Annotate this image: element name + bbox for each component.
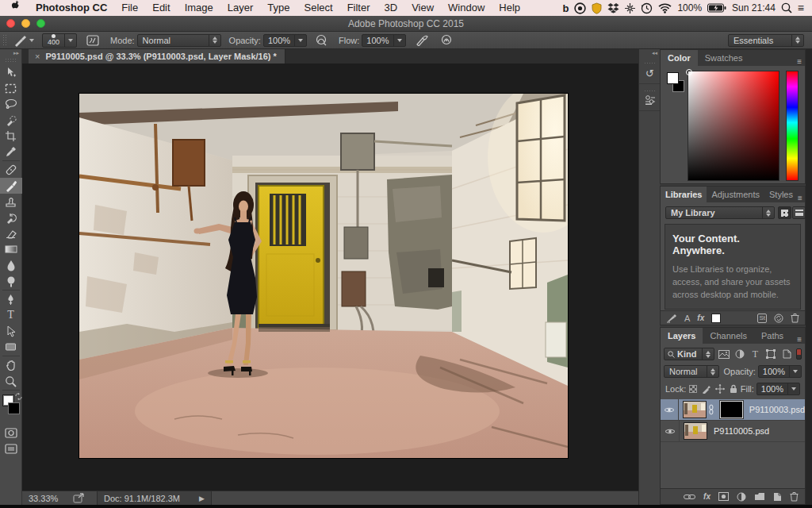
add-mask-icon[interactable] — [718, 492, 729, 501]
swap-colors-icon[interactable] — [15, 393, 22, 400]
layer-name[interactable]: P9110005.psd — [714, 426, 769, 436]
pressure-opacity-button[interactable] — [312, 33, 331, 48]
tab-swatches[interactable]: Swatches — [698, 50, 750, 66]
pen-tool[interactable] — [0, 291, 22, 307]
quick-mask-button[interactable] — [0, 425, 22, 441]
layer-style-icon[interactable]: fx — [703, 492, 710, 501]
add-graphic-icon[interactable] — [666, 313, 677, 323]
document-tab[interactable]: × P9110005.psd @ 33.3% (P9110003.psd, La… — [29, 49, 285, 64]
properties-panel-button[interactable] — [639, 84, 661, 111]
status-menu-arrow-icon[interactable]: ▶ — [199, 495, 205, 502]
shape-tool[interactable] — [0, 339, 22, 355]
canvas-pasteboard[interactable] — [22, 64, 638, 491]
menu-item-window[interactable]: Window — [441, 0, 492, 16]
delete-layer-icon[interactable] — [790, 491, 799, 502]
dock-expand-button[interactable]: ◂◂ — [639, 49, 660, 57]
tab-libraries[interactable]: Libraries — [661, 187, 707, 202]
time-machine-icon[interactable] — [641, 0, 653, 16]
type-tool[interactable]: T — [0, 307, 22, 323]
eraser-tool[interactable] — [0, 225, 22, 241]
menu-item-help[interactable]: Help — [492, 0, 527, 16]
panel-menu-icon[interactable]: ≡ — [797, 335, 805, 344]
tab-adjustments[interactable]: Adjustments — [707, 187, 764, 202]
marquee-tool[interactable] — [0, 80, 22, 96]
flow-input[interactable]: 100% — [362, 34, 405, 47]
quick-selection-tool[interactable] — [0, 112, 22, 128]
filter-adjustment-layers-icon[interactable] — [733, 348, 746, 360]
toggle-brush-panel-button[interactable] — [83, 33, 102, 48]
sync-icon[interactable] — [773, 314, 784, 323]
share-export-icon[interactable] — [73, 493, 86, 503]
menu-item-photoshop[interactable]: Photoshop CC — [29, 0, 114, 16]
layer-row-p9110005[interactable]: P9110005.psd — [661, 421, 805, 442]
link-layers-icon[interactable] — [684, 494, 695, 500]
zoom-level-field[interactable]: 33.33% — [29, 494, 73, 503]
history-panel-button[interactable]: ↺ — [639, 57, 661, 84]
library-list-view-button[interactable] — [792, 206, 806, 219]
tab-paths[interactable]: Paths — [754, 328, 791, 344]
dodge-tool[interactable] — [0, 273, 22, 289]
lasso-tool[interactable] — [0, 96, 22, 112]
menu-item-filter[interactable]: Filter — [340, 0, 377, 16]
opacity-input[interactable]: 100% — [263, 34, 307, 47]
add-layer-style-icon[interactable]: fx — [697, 314, 704, 322]
apple-menu-icon[interactable] — [0, 0, 29, 16]
airbrush-button[interactable] — [412, 33, 432, 48]
gradient-tool[interactable] — [0, 241, 22, 257]
screen-mode-button[interactable] — [0, 441, 22, 456]
adobe-stock-icon[interactable]: St — [757, 314, 767, 323]
eyedropper-tool[interactable] — [0, 144, 22, 160]
close-tab-icon[interactable]: × — [35, 52, 40, 61]
filter-type-layers-icon[interactable]: T — [749, 348, 762, 360]
filter-smart-objects-icon[interactable] — [780, 348, 794, 360]
trash-icon[interactable] — [791, 313, 799, 323]
lock-transparency-icon[interactable] — [686, 383, 699, 395]
menu-clock[interactable]: Sun 21:44 — [732, 2, 776, 13]
dropbox-icon[interactable] — [607, 0, 619, 16]
background-color-swatch[interactable] — [8, 402, 20, 414]
creative-cloud-icon[interactable] — [574, 0, 586, 16]
layer-thumbnail[interactable] — [684, 422, 707, 440]
library-select[interactable]: My Library — [665, 206, 775, 219]
menu-item-image[interactable]: Image — [178, 0, 220, 16]
library-grid-view-button[interactable] — [778, 206, 791, 219]
filter-toggle-switch[interactable] — [796, 348, 802, 360]
add-color-swatch-icon[interactable] — [711, 314, 721, 323]
layer-opacity-input[interactable]: 100% — [758, 365, 802, 378]
new-layer-icon[interactable] — [773, 492, 782, 502]
history-brush-tool[interactable] — [0, 210, 22, 225]
hand-tool[interactable] — [0, 357, 22, 373]
layer-visibility-toggle[interactable] — [661, 399, 679, 421]
tab-channels[interactable]: Channels — [703, 328, 753, 344]
move-tool[interactable] — [0, 64, 22, 80]
color-foreground-swatch[interactable] — [667, 72, 679, 84]
tool-preset-picker[interactable] — [10, 33, 37, 48]
tab-layers[interactable]: Layers — [661, 328, 703, 344]
layer-mask-thumbnail[interactable] — [720, 401, 743, 418]
blend-mode-dropdown[interactable]: Normal — [664, 365, 719, 378]
lock-position-icon[interactable] — [713, 383, 726, 395]
lock-pixels-icon[interactable] — [699, 383, 713, 395]
layer-row-p9110003[interactable]: P9110003.psd — [661, 399, 805, 421]
layer-name[interactable]: P9110003.psd — [749, 405, 805, 414]
panel-menu-icon[interactable]: ≡ — [798, 194, 806, 202]
hue-ramp[interactable] — [786, 71, 799, 181]
canvas-photo[interactable] — [79, 94, 568, 458]
workspace-switcher[interactable]: Essentials — [728, 34, 804, 47]
document-info[interactable]: Doc: 91.1M/182.3M ▶ — [97, 491, 212, 506]
pressure-size-button[interactable] — [437, 33, 456, 48]
crop-tool[interactable] — [0, 128, 22, 144]
path-selection-tool[interactable] — [0, 323, 22, 339]
adjustment-layer-icon[interactable] — [737, 492, 746, 502]
layer-thumbnail[interactable] — [683, 401, 706, 418]
plugin-cross-icon[interactable] — [625, 0, 635, 16]
mode-dropdown[interactable]: Normal — [137, 34, 221, 47]
menu-item-3d[interactable]: 3D — [377, 0, 405, 16]
saturation-picker[interactable] — [688, 71, 779, 181]
filter-shape-layers-icon[interactable] — [764, 348, 778, 360]
new-group-icon[interactable] — [754, 492, 765, 501]
tab-styles[interactable]: Styles — [764, 187, 798, 202]
wifi-icon[interactable] — [658, 0, 672, 16]
fill-input[interactable]: 100% — [756, 383, 800, 395]
menu-item-layer[interactable]: Layer — [220, 0, 261, 16]
